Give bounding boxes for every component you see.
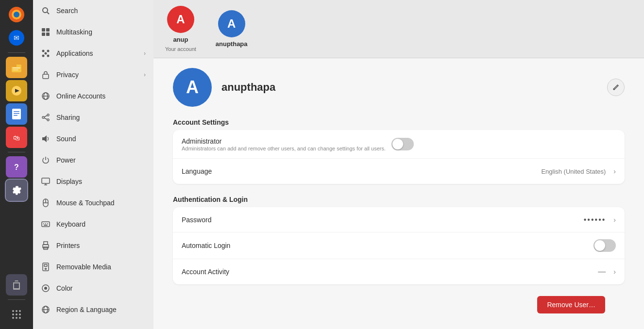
administrator-label: Administrator bbox=[182, 137, 221, 145]
sidebar-item-online-accounts[interactable]: Online Accounts bbox=[33, 85, 153, 107]
svg-text:?: ? bbox=[14, 163, 19, 171]
sidebar-item-label: Sound bbox=[56, 135, 146, 143]
account-activity-label: Account Activity bbox=[182, 268, 592, 276]
sidebar-item-search[interactable]: Search bbox=[33, 0, 153, 21]
svg-point-23 bbox=[16, 313, 17, 315]
administrator-sublabel: Administrators can add and remove other … bbox=[182, 146, 386, 151]
svg-line-46 bbox=[44, 115, 47, 117]
sidebar-item-label: Applications bbox=[56, 49, 138, 57]
administrator-toggle[interactable] bbox=[391, 138, 414, 150]
svg-point-34 bbox=[42, 50, 45, 52]
sidebar-item-label: Search bbox=[56, 7, 146, 15]
svg-line-47 bbox=[44, 118, 47, 119]
thunderbird-icon[interactable]: ✉ bbox=[6, 27, 27, 49]
sidebar-item-label: Keyboard bbox=[56, 220, 146, 228]
sidebar-item-sound[interactable]: Sound bbox=[33, 128, 153, 149]
sidebar-item-power[interactable]: Power bbox=[33, 149, 153, 171]
svg-point-38 bbox=[45, 52, 47, 55]
password-dots: •••••• bbox=[584, 215, 606, 224]
chevron-right-icon: › bbox=[144, 50, 146, 57]
sidebar-item-label: Privacy bbox=[56, 71, 138, 79]
account-activity-row[interactable]: Account Activity — › bbox=[173, 259, 625, 284]
automatic-login-toggle-knob bbox=[594, 240, 605, 251]
settings-icon[interactable] bbox=[6, 180, 27, 201]
svg-rect-30 bbox=[42, 28, 45, 32]
administrator-label-group: Administrator Administrators can add and… bbox=[182, 137, 386, 151]
profile-section: A anupthapa Account Settings Administrat… bbox=[153, 58, 644, 329]
svg-text:🛍: 🛍 bbox=[13, 134, 20, 142]
administrator-toggle-knob bbox=[392, 139, 403, 149]
user-header: A anup Your account A anupthapa bbox=[153, 0, 644, 58]
current-user-item[interactable]: A anup Your account bbox=[165, 6, 196, 52]
svg-rect-7 bbox=[13, 67, 20, 68]
other-user-item[interactable]: A anupthapa bbox=[216, 10, 248, 48]
svg-point-36 bbox=[42, 55, 45, 57]
language-value: English (United States) bbox=[541, 168, 606, 175]
printers-icon bbox=[41, 241, 51, 250]
current-user-avatar: A bbox=[167, 6, 194, 33]
sidebar-item-label: Multitasking bbox=[56, 28, 146, 36]
sidebar-item-color[interactable]: Color bbox=[33, 278, 153, 299]
firefox-icon[interactable] bbox=[6, 4, 27, 25]
appstore-icon[interactable]: 🛍 bbox=[6, 127, 27, 148]
svg-text:✉: ✉ bbox=[14, 34, 19, 42]
password-row[interactable]: Password •••••• › bbox=[173, 207, 625, 232]
svg-point-26 bbox=[16, 317, 17, 319]
sidebar-item-label: Power bbox=[56, 156, 146, 164]
svg-rect-13 bbox=[14, 113, 19, 114]
taskbar-separator-1 bbox=[8, 52, 25, 53]
sidebar-item-privacy[interactable]: Privacy › bbox=[33, 64, 153, 85]
chevron-right-icon: › bbox=[144, 71, 146, 78]
profile-username: anupthapa bbox=[221, 81, 597, 94]
sidebar-item-removable-media[interactable]: Removable Media bbox=[33, 256, 153, 278]
language-row[interactable]: Language English (United States) › bbox=[173, 159, 625, 184]
edit-profile-button[interactable] bbox=[607, 79, 625, 96]
auth-login-title: Authentication & Login bbox=[173, 196, 625, 203]
region-icon bbox=[41, 305, 51, 314]
svg-point-25 bbox=[12, 317, 14, 319]
online-accounts-icon bbox=[41, 91, 51, 101]
automatic-login-toggle[interactable] bbox=[593, 239, 616, 252]
remove-user-button[interactable]: Remove User… bbox=[537, 296, 605, 313]
svg-point-64 bbox=[45, 268, 47, 270]
keyboard-icon bbox=[41, 219, 51, 229]
svg-point-45 bbox=[47, 119, 49, 121]
sidebar-item-sharing[interactable]: Sharing bbox=[33, 107, 153, 128]
sidebar-item-mouse-touchpad[interactable]: Mouse & Touchpad bbox=[33, 192, 153, 214]
taskbar: ✉ 🛍 ? bbox=[0, 0, 33, 329]
sidebar-item-applications[interactable]: Applications › bbox=[33, 43, 153, 64]
help-icon[interactable]: ? bbox=[6, 156, 27, 178]
svg-point-24 bbox=[19, 313, 21, 315]
account-activity-value: — bbox=[598, 267, 606, 276]
svg-rect-12 bbox=[14, 111, 19, 112]
sidebar-item-displays[interactable]: Displays bbox=[33, 171, 153, 192]
sidebar-item-region-language[interactable]: Region & Language bbox=[33, 299, 153, 320]
privacy-icon bbox=[41, 70, 51, 80]
trash-icon[interactable] bbox=[6, 274, 27, 296]
svg-rect-49 bbox=[42, 178, 50, 183]
svg-point-27 bbox=[19, 317, 21, 319]
writer-icon[interactable] bbox=[6, 103, 27, 125]
svg-point-66 bbox=[44, 287, 47, 290]
rhythmbox-icon[interactable] bbox=[6, 80, 27, 101]
sidebar-item-label: Mouse & Touchpad bbox=[56, 199, 146, 207]
svg-point-43 bbox=[47, 114, 49, 116]
svg-point-35 bbox=[47, 50, 50, 52]
svg-rect-11 bbox=[12, 109, 21, 119]
password-chevron-icon: › bbox=[613, 216, 616, 224]
files-icon[interactable] bbox=[6, 57, 27, 78]
sidebar-item-multitasking[interactable]: Multitasking bbox=[33, 21, 153, 43]
grid-icon[interactable] bbox=[6, 304, 27, 325]
sidebar-item-label: Printers bbox=[56, 242, 146, 249]
sidebar-item-printers[interactable]: Printers bbox=[33, 235, 153, 256]
taskbar-separator-3 bbox=[8, 299, 25, 300]
sharing-icon bbox=[41, 113, 51, 122]
sidebar-item-label: Displays bbox=[56, 178, 146, 185]
language-chevron-icon: › bbox=[613, 167, 616, 175]
auth-login-card: Password •••••• › Automatic Login Accoun… bbox=[173, 207, 625, 284]
color-icon bbox=[41, 283, 51, 293]
account-activity-chevron-icon: › bbox=[613, 268, 616, 276]
svg-point-19 bbox=[12, 310, 14, 312]
sidebar-item-keyboard[interactable]: Keyboard bbox=[33, 214, 153, 235]
mouse-icon bbox=[41, 198, 51, 208]
